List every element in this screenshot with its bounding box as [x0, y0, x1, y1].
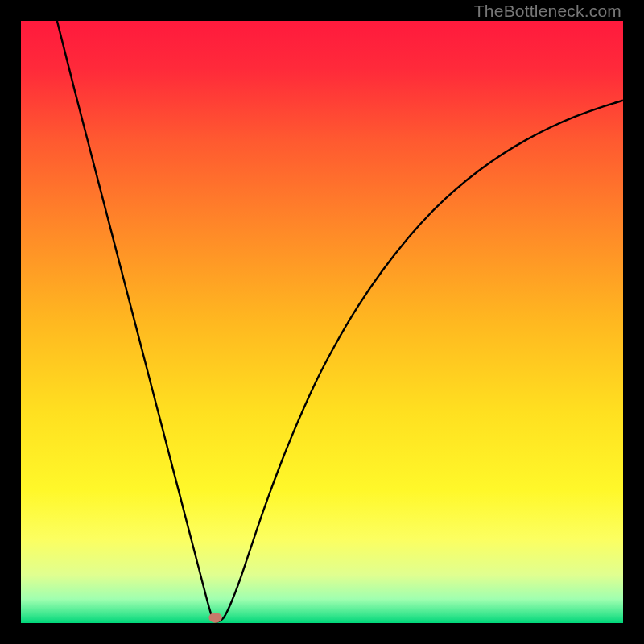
watermark-label: TheBottleneck.com: [474, 2, 621, 21]
plot-frame: [21, 21, 623, 623]
bottleneck-chart: [21, 21, 623, 623]
optimal-point-marker: [208, 613, 221, 623]
gradient-background: [21, 21, 623, 623]
